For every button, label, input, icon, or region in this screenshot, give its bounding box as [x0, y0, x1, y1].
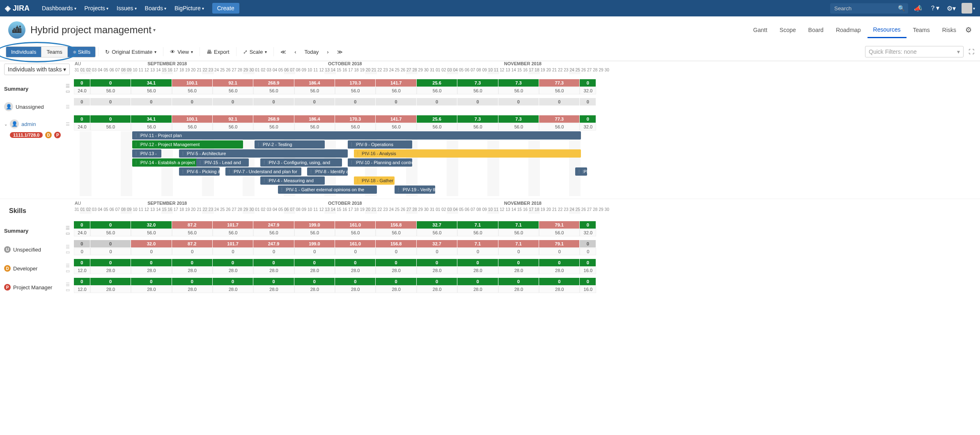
gantt-task[interactable]: ⋮⋮PIV-19 - Verify that	[395, 185, 435, 194]
day-cell: 19	[185, 207, 190, 214]
gantt-task[interactable]: ⋮⋮PIV-13 -	[132, 149, 161, 158]
month-header: NOVEMBER 2018	[435, 61, 610, 68]
day-cell: 23	[383, 68, 388, 74]
pill-teams[interactable]: Teams	[41, 47, 67, 57]
metric-cell: 156.8	[376, 240, 416, 247]
nav-projects[interactable]: Projects ▾	[80, 5, 113, 11]
gantt-task[interactable]: ⋮⋮PIV-7 - Understand and plan for	[225, 167, 301, 176]
row-menu-icon[interactable]: ☰▭	[66, 244, 70, 255]
row-menu-icon[interactable]: ☰▭	[66, 83, 70, 94]
expand-toggle[interactable]: ⌄	[4, 122, 7, 126]
day-cell: 12	[319, 68, 324, 74]
nav-bigpicture[interactable]: BigPicture ▾	[170, 5, 208, 11]
scroll-next[interactable]: ›	[323, 47, 333, 57]
day-cell: 15	[516, 207, 522, 214]
nav-dashboards[interactable]: Dashboards ▾	[38, 5, 80, 11]
scale-dropdown[interactable]: ⤢Scale▾	[239, 47, 271, 57]
gantt-task[interactable]: ⋮⋮PIV-16 - Analysis	[354, 149, 581, 158]
day-cell: 21	[551, 68, 557, 74]
tab-gantt[interactable]: Gantt	[748, 23, 773, 37]
metric-cell: 0	[498, 259, 539, 266]
metric-cell: 0	[90, 240, 131, 247]
export-button[interactable]: 🖶Export	[202, 47, 234, 57]
individuals-filter-dropdown[interactable]: Individuals with tasks▾	[4, 64, 70, 75]
scroll-prev[interactable]: ‹	[290, 47, 300, 57]
tab-roadmap[interactable]: Roadmap	[830, 23, 867, 37]
row-menu-icon[interactable]: ☰	[66, 121, 70, 127]
admin-link[interactable]: admin	[21, 121, 36, 127]
row-menu-icon[interactable]: ☰	[66, 104, 70, 110]
metric-cell: 0	[580, 278, 596, 285]
gantt-task[interactable]: ⋮⋮PIV-2 - Testing	[255, 140, 324, 149]
metric-cell: 56.0	[417, 123, 457, 130]
tab-teams[interactable]: Teams	[907, 23, 936, 37]
quick-filter-dropdown[interactable]: Quick Filters: none▾	[865, 46, 964, 57]
scroll-start[interactable]: ≪	[276, 47, 290, 57]
gantt-chart[interactable]: ⋮⋮PIV-11 - Project plan⋮⋮PIV-12 - Projec…	[74, 131, 980, 197]
day-cell: 13	[149, 68, 155, 74]
view-dropdown[interactable]: 👁View▾	[166, 47, 197, 57]
gantt-task[interactable]: ⋮⋮PIV-4 - Measuring and	[260, 176, 324, 185]
tab-scope[interactable]: Scope	[774, 23, 802, 37]
metric-cell: 56.0	[294, 123, 335, 130]
row-menu-icon[interactable]: ☰▭	[66, 225, 70, 236]
settings-icon[interactable]: ⚙▾	[945, 5, 957, 12]
jira-logo[interactable]: JIRA	[5, 4, 30, 13]
tab-risks[interactable]: Risks	[936, 23, 962, 37]
metric-cell: 32.7	[417, 221, 457, 229]
tab-resources[interactable]: Resources	[868, 22, 907, 38]
gantt-task[interactable]: ⋮⋮PIV-5 - Architecture	[179, 149, 348, 158]
gantt-task[interactable]: ⋮⋮PIV	[575, 167, 587, 176]
pill-skills[interactable]: ⚛ Skills	[68, 47, 95, 57]
scroll-end[interactable]: ≫	[333, 47, 347, 57]
metric-cell: 32.0	[580, 123, 596, 130]
help-icon[interactable]: ？▾	[928, 4, 941, 13]
day-cell: 10	[132, 68, 138, 74]
gantt-task[interactable]: ⋮⋮PIV-6 - Picking &	[179, 167, 220, 176]
day-cell: 14	[330, 68, 336, 74]
day-cell: 07	[289, 68, 295, 74]
fullscreen-icon[interactable]: ⛶	[969, 48, 974, 55]
metric-cell: 28.0	[417, 267, 457, 274]
day-cell: 15	[336, 207, 342, 214]
metric-cell: 56.0	[253, 87, 294, 94]
metric-cell: 32.7	[417, 240, 457, 247]
gantt-task[interactable]: ⋮⋮PIV-3 - Configuring, using, and	[260, 158, 342, 167]
gantt-task[interactable]: ⋮⋮PIV-18 - Gather	[354, 176, 395, 185]
metric-cell: 24.0	[74, 229, 90, 236]
day-cell: 09	[482, 207, 487, 214]
day-cell: 08	[295, 207, 301, 214]
today-button[interactable]: Today	[301, 47, 323, 57]
metric-cell: 0	[131, 259, 172, 266]
metric-cell: 24.0	[74, 87, 90, 94]
gantt-task[interactable]: ⋮⋮PIV-15 - Lead and	[196, 158, 249, 167]
gantt-task[interactable]: ⋮⋮PIV-8 - Identify and	[307, 167, 348, 176]
day-cell: 04	[272, 207, 278, 214]
metric-cell: 28.0	[335, 267, 376, 274]
row-menu-icon[interactable]: ☰▭	[66, 263, 70, 274]
nav-issues[interactable]: Issues ▾	[112, 5, 140, 11]
row-menu-icon[interactable]: ☰▭	[66, 282, 70, 293]
metric-cell: 0	[74, 240, 90, 247]
nav-boards[interactable]: Boards ▾	[141, 5, 170, 11]
metric-cell: 186.4	[294, 115, 335, 123]
project-settings-icon[interactable]: ⚙	[965, 25, 972, 34]
metric-cell: 56.0	[457, 123, 498, 130]
create-button[interactable]: Create	[212, 3, 239, 14]
tab-board[interactable]: Board	[803, 23, 829, 37]
metric-cell: 0	[335, 259, 376, 266]
search-input[interactable]	[830, 3, 908, 14]
gantt-task[interactable]: ⋮⋮PIV-11 - Project plan	[132, 131, 581, 140]
gantt-task[interactable]: ⋮⋮PIV-9 - Operations	[348, 140, 412, 149]
user-avatar[interactable]	[962, 3, 972, 14]
metric-cell: 56.0	[498, 229, 539, 236]
project-dropdown[interactable]: ▾	[153, 27, 156, 33]
original-estimate-dropdown[interactable]: ↻Original Estimate▾	[101, 47, 161, 57]
feedback-icon[interactable]: 📣	[912, 5, 924, 12]
gantt-task[interactable]: ⋮⋮PIV-12 - Project Management	[132, 140, 243, 149]
gantt-task[interactable]: ⋮⋮PIV-10 - Planning and controlling	[348, 158, 412, 167]
pill-individuals[interactable]: Individuals	[6, 47, 41, 57]
gantt-task[interactable]: ⋮⋮PIV-1 - Gather external opinions on th…	[278, 185, 377, 194]
metric-cell: 0	[90, 221, 131, 229]
metric-cell: 161.0	[335, 240, 376, 247]
